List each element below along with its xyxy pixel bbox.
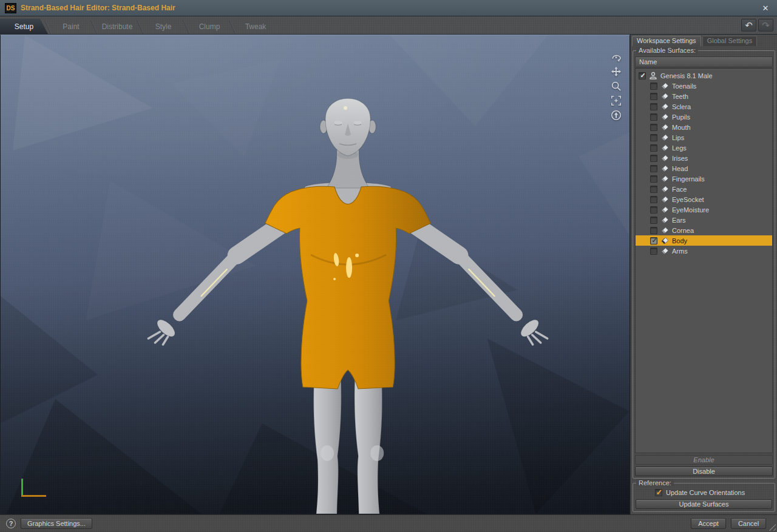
help-button[interactable]: ?	[6, 519, 16, 528]
frame-view-icon[interactable]	[610, 95, 622, 107]
surface-row-lips[interactable]: Lips	[636, 132, 772, 143]
arms-checkbox[interactable]	[650, 247, 657, 255]
surface-row-legs[interactable]: Legs	[636, 143, 772, 153]
tab-distribute[interactable]: Distribute	[94, 19, 140, 34]
cornea-checkbox[interactable]	[650, 227, 657, 234]
surface-list: Genesis 8.1 MaleToenailsTeethScleraPupil…	[635, 68, 773, 453]
tab-style[interactable]: Style	[140, 19, 186, 34]
surface-row-eyemoisture[interactable]: EyeMoisture	[636, 204, 772, 215]
surface-row-ears[interactable]: Ears	[636, 215, 772, 225]
surface-label: Face	[672, 186, 687, 193]
pan-camera-icon[interactable]	[610, 66, 622, 78]
tab-setup[interactable]: Setup	[0, 19, 48, 34]
cancel-button[interactable]: Cancel	[731, 518, 766, 529]
settings-panel: Workspace SettingsGlobal Settings Availa…	[630, 35, 777, 514]
surface-label: EyeSocket	[672, 196, 704, 203]
eyemoisture-checkbox[interactable]	[650, 206, 657, 214]
surface-row-face[interactable]: Face	[636, 184, 772, 194]
surface-icon	[660, 216, 669, 224]
statusbar: ? Graphics Settings... Accept Cancel	[0, 514, 777, 532]
surface-icon	[660, 123, 669, 132]
surface-row-teeth[interactable]: Teeth	[636, 91, 772, 101]
strand-hair-editor-window: DS Strand-Based Hair Editor: Strand-Base…	[0, 0, 777, 532]
surface-row-arms[interactable]: Arms	[636, 246, 772, 256]
orbit-camera-icon[interactable]	[610, 51, 622, 63]
surface-icon	[660, 195, 669, 204]
surface-row-body[interactable]: Body	[636, 235, 772, 246]
eyesocket-checkbox[interactable]	[650, 196, 657, 203]
surface-row-sclera[interactable]: Sclera	[636, 101, 772, 112]
accept-button[interactable]: Accept	[691, 518, 726, 529]
daz-studio-logo-icon: DS	[5, 3, 16, 13]
viewport-3d[interactable]	[0, 35, 630, 514]
surface-row-head[interactable]: Head	[636, 163, 772, 173]
resize-grip[interactable]	[769, 524, 776, 531]
update-curve-orientations-checkbox[interactable]	[655, 489, 662, 496]
editor-tabbar: SetupPaintDistributeStyleClumpTweak ↶ ↷	[0, 16, 777, 35]
aim-view-icon[interactable]	[610, 109, 622, 121]
fingernails-checkbox[interactable]	[650, 175, 657, 183]
update-surfaces-button[interactable]: Update Surfaces	[636, 499, 772, 509]
surface-label: Legs	[672, 144, 687, 152]
x-axis-line	[21, 495, 46, 497]
surface-row-genesis-8-1-male[interactable]: Genesis 8.1 Male	[636, 70, 772, 81]
window-title: Strand-Based Hair Editor: Strand-Based H…	[21, 4, 755, 12]
figure-icon	[649, 72, 657, 80]
panel-tabs: Workspace SettingsGlobal Settings	[631, 35, 777, 46]
tab-clump[interactable]: Clump	[186, 19, 232, 34]
surface-icon	[660, 133, 669, 142]
tab-tweak[interactable]: Tweak	[232, 19, 279, 34]
surface-label: Cornea	[672, 227, 694, 234]
reference-group: Reference: Update Curve Orientations Upd…	[633, 483, 775, 512]
help-icon: ?	[9, 520, 13, 527]
surface-label: Lips	[672, 134, 684, 141]
surface-label: Genesis 8.1 Male	[660, 72, 713, 79]
toenails-checkbox[interactable]	[650, 82, 657, 90]
panel-tab-global-settings[interactable]: Global Settings	[702, 36, 758, 46]
surface-row-cornea[interactable]: Cornea	[636, 225, 772, 235]
close-icon[interactable]: ✕	[759, 4, 772, 13]
surface-row-pupils[interactable]: Pupils	[636, 112, 772, 122]
surface-icon	[660, 92, 669, 101]
pupils-checkbox[interactable]	[650, 113, 657, 121]
ears-checkbox[interactable]	[650, 217, 657, 224]
body-checkbox[interactable]	[650, 237, 657, 244]
head-checkbox[interactable]	[650, 165, 657, 172]
surface-row-eyesocket[interactable]: EyeSocket	[636, 194, 772, 204]
tab-paint[interactable]: Paint	[48, 19, 94, 34]
reference-label: Reference:	[636, 479, 674, 487]
surface-label: Arms	[672, 247, 688, 255]
lips-checkbox[interactable]	[650, 134, 657, 141]
titlebar: DS Strand-Based Hair Editor: Strand-Base…	[0, 0, 777, 16]
enable-button[interactable]: Enable	[635, 455, 773, 465]
name-column-header[interactable]: Name	[635, 56, 773, 67]
model-genesis-8-1-male	[1, 35, 629, 514]
surface-icon	[660, 164, 669, 173]
panel-tab-workspace-settings[interactable]: Workspace Settings	[632, 36, 701, 46]
surface-icon	[660, 185, 669, 194]
mouth-checkbox[interactable]	[650, 124, 657, 131]
surface-row-mouth[interactable]: Mouth	[636, 122, 772, 132]
sclera-checkbox[interactable]	[650, 103, 657, 110]
surface-label: Teeth	[672, 93, 688, 100]
disable-button[interactable]: Disable	[635, 466, 773, 476]
undo-button[interactable]: ↶	[741, 19, 756, 32]
irises-checkbox[interactable]	[650, 155, 657, 162]
surface-icon	[660, 226, 669, 235]
teeth-checkbox[interactable]	[650, 93, 657, 100]
surface-icon	[660, 113, 669, 121]
graphics-settings-button[interactable]: Graphics Settings...	[21, 518, 92, 529]
surface-label: Toenails	[672, 82, 696, 90]
surface-row-irises[interactable]: Irises	[636, 153, 772, 163]
surface-icon	[660, 247, 669, 255]
surface-label: Irises	[672, 155, 688, 162]
redo-button[interactable]: ↷	[758, 19, 773, 32]
surface-row-toenails[interactable]: Toenails	[636, 81, 772, 91]
face-checkbox[interactable]	[650, 186, 657, 193]
surface-icon	[660, 175, 669, 183]
surface-icon	[660, 206, 669, 214]
legs-checkbox[interactable]	[650, 144, 657, 152]
genesis-8-1-male-checkbox[interactable]	[639, 72, 646, 79]
surface-row-fingernails[interactable]: Fingernails	[636, 173, 772, 184]
zoom-camera-icon[interactable]	[610, 80, 622, 92]
